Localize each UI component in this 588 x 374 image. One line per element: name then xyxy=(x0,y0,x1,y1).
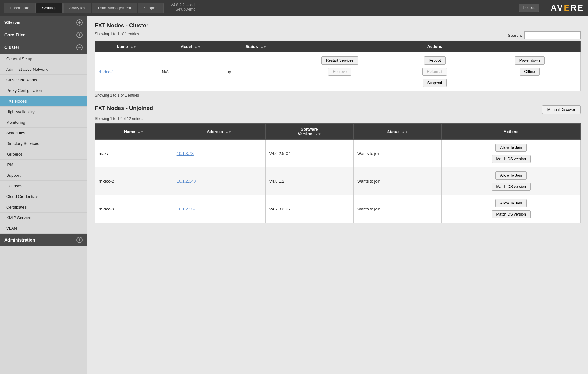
remove-button[interactable]: Remove xyxy=(328,68,351,76)
table-row: max7 10.1.3.78 V4.6.2.5.C4 Wants to join… xyxy=(95,140,581,167)
unjoined-name-2: rh-doc-3 xyxy=(95,195,173,223)
unjoined-version-0: V4.6.2.5.C4 xyxy=(265,140,354,167)
unjoined-col-status[interactable]: Status ▲▼ xyxy=(354,124,442,140)
reboot-button[interactable]: Reboot xyxy=(424,56,446,65)
core-filer-expand-icon: + xyxy=(76,32,83,38)
unjoined-status-sort-icon: ▲▼ xyxy=(402,130,408,134)
unjoined-showing: Showing 1 to 12 of 12 entries xyxy=(95,117,581,121)
sidebar-section-core-filer[interactable]: Core Filer + xyxy=(0,29,87,41)
sidebar-item-high-availability[interactable]: High Availability xyxy=(0,107,87,117)
allow-to-join-button-0[interactable]: Allow To Join xyxy=(495,144,527,152)
unjoined-col-name[interactable]: Name ▲▼ xyxy=(95,124,173,140)
tab-settings[interactable]: Settings xyxy=(36,3,63,13)
version-info: V4.8.2.2 --- admin SetupDemo xyxy=(171,3,200,13)
unjoined-actions-1: Allow To Join Match OS version xyxy=(442,167,581,195)
unjoined-col-software-version[interactable]: SoftwareVersion ▲▼ xyxy=(265,124,354,140)
reformat-button[interactable]: Reformat xyxy=(422,68,447,76)
sidebar-item-cloud-credentials[interactable]: Cloud Credentials xyxy=(0,191,87,202)
sidebar-section-cluster[interactable]: Cluster − xyxy=(0,41,87,54)
unjoined-name-sort-icon: ▲▼ xyxy=(137,130,144,134)
unjoined-address-link-0[interactable]: 10.1.3.78 xyxy=(177,151,194,156)
sidebar-item-support[interactable]: Support xyxy=(0,170,87,181)
match-os-button-2[interactable]: Match OS version xyxy=(492,210,531,218)
cluster-node-name: rh-doc-1 xyxy=(95,52,158,91)
cluster-search-label: Search: xyxy=(508,33,522,38)
sidebar-item-kmip-servers[interactable]: KMIP Servers xyxy=(0,213,87,223)
unjoined-address-link-2[interactable]: 10.1.2.157 xyxy=(177,207,196,211)
match-os-button-0[interactable]: Match OS version xyxy=(492,155,531,163)
restart-services-button[interactable]: Restart Services xyxy=(321,56,358,65)
cluster-node-status: up xyxy=(223,52,289,91)
cluster-showing-bottom: Showing 1 to 1 of 1 entries xyxy=(95,93,581,98)
sidebar-item-kerberos[interactable]: Kerberos xyxy=(0,149,87,160)
avere-logo: AVERE xyxy=(551,3,584,13)
name-sort-icon: ▲▼ xyxy=(130,45,136,49)
unjoined-status-2: Wants to join xyxy=(354,195,442,223)
vserver-expand-icon: + xyxy=(76,19,83,26)
logout-button[interactable]: Logout xyxy=(519,4,540,12)
unjoined-address-link-1[interactable]: 10.1.2.140 xyxy=(177,179,196,184)
tab-support[interactable]: Support xyxy=(138,3,164,13)
sidebar-section-administration[interactable]: Administration + xyxy=(0,234,87,246)
unjoined-col-address[interactable]: Address ▲▼ xyxy=(173,124,265,140)
cluster-showing-top: Showing 1 to 1 of 1 entries xyxy=(95,32,139,36)
match-os-button-1[interactable]: Match OS version xyxy=(492,183,531,191)
power-down-button[interactable]: Power down xyxy=(515,56,545,65)
topbar-right: Logout AVERE xyxy=(519,3,584,13)
sidebar-item-monitoring[interactable]: Monitoring xyxy=(0,117,87,128)
cluster-search-input[interactable] xyxy=(524,31,581,39)
unjoined-actions-container-1: Allow To Join Match OS version xyxy=(446,170,576,192)
cluster-section-title: FXT Nodes - Cluster xyxy=(95,22,581,29)
allow-to-join-button-2[interactable]: Allow To Join xyxy=(495,199,527,207)
sidebar-item-fxt-nodes[interactable]: FXT Nodes xyxy=(0,96,87,107)
cluster-node-link[interactable]: rh-doc-1 xyxy=(99,70,114,74)
sidebar-item-licenses[interactable]: Licenses xyxy=(0,181,87,191)
sidebar-item-ipmi[interactable]: IPMI xyxy=(0,160,87,170)
tab-analytics[interactable]: Analytics xyxy=(63,3,91,13)
sidebar-item-general-setup[interactable]: General Setup xyxy=(0,54,87,64)
cluster-collapse-icon: − xyxy=(76,44,83,50)
unjoined-name-0: max7 xyxy=(95,140,173,167)
sidebar-item-administrative-network[interactable]: Administrative Network xyxy=(0,64,87,75)
unjoined-name-1: rh-doc-2 xyxy=(95,167,173,195)
cluster-actions-grid: Restart Services Reboot Power down Remov… xyxy=(293,55,576,77)
unjoined-col-actions: Actions xyxy=(442,124,581,140)
tab-dashboard[interactable]: Dashboard xyxy=(4,3,36,13)
cluster-search-row: Showing 1 to 1 of 1 entries Search: xyxy=(95,31,581,39)
unjoined-status-0: Wants to join xyxy=(354,140,442,167)
cluster-node-model: N/A xyxy=(158,52,223,91)
cluster-col-status[interactable]: Status ▲▼ xyxy=(223,41,289,52)
unjoined-address-sort-icon: ▲▼ xyxy=(225,130,232,134)
cluster-col-model[interactable]: Model ▲▼ xyxy=(158,41,223,52)
tab-data-management[interactable]: Data Management xyxy=(92,3,137,13)
main-layout: VServer + Core Filer + Cluster − General… xyxy=(0,16,588,374)
unjoined-status-1: Wants to join xyxy=(354,167,442,195)
allow-to-join-button-1[interactable]: Allow To Join xyxy=(495,171,527,180)
administration-expand-icon: + xyxy=(76,237,83,243)
unjoined-address-1: 10.1.2.140 xyxy=(173,167,265,195)
sidebar: VServer + Core Filer + Cluster − General… xyxy=(0,16,87,374)
unjoined-actions-container-2: Allow To Join Match OS version xyxy=(446,198,576,219)
topbar: Dashboard Settings Analytics Data Manage… xyxy=(0,0,588,16)
suspend-button[interactable]: Suspend xyxy=(423,79,447,87)
cluster-col-name[interactable]: Name ▲▼ xyxy=(95,41,158,52)
unjoined-version-1: V4.8.1.2 xyxy=(265,167,354,195)
unjoined-version-sort-icon: ▲▼ xyxy=(315,132,321,136)
sidebar-item-schedules[interactable]: Schedules xyxy=(0,128,87,138)
sidebar-item-directory-services[interactable]: Directory Services xyxy=(0,138,87,149)
sidebar-item-proxy-configuration[interactable]: Proxy Configuration xyxy=(0,85,87,96)
sidebar-item-cluster-networks[interactable]: Cluster Networks xyxy=(0,75,87,85)
sidebar-section-vserver[interactable]: VServer + xyxy=(0,16,87,29)
sidebar-item-vlan[interactable]: VLAN xyxy=(0,223,87,234)
offline-button[interactable]: Offline xyxy=(520,68,540,76)
unjoined-address-2: 10.1.2.157 xyxy=(173,195,265,223)
table-row: rh-doc-1 N/A up Restart Services Reboot … xyxy=(95,52,581,91)
sidebar-item-certificates[interactable]: Certificates xyxy=(0,202,87,213)
unjoined-actions-2: Allow To Join Match OS version xyxy=(442,195,581,223)
manual-discover-button[interactable]: Manual Discover xyxy=(542,105,581,114)
cluster-col-actions: Actions xyxy=(289,41,580,52)
unjoined-actions-container-0: Allow To Join Match OS version xyxy=(446,143,576,164)
unjoined-version-2: V4.7.3.2.C7 xyxy=(265,195,354,223)
cluster-node-actions: Restart Services Reboot Power down Remov… xyxy=(289,52,580,91)
unjoined-actions-0: Allow To Join Match OS version xyxy=(442,140,581,167)
